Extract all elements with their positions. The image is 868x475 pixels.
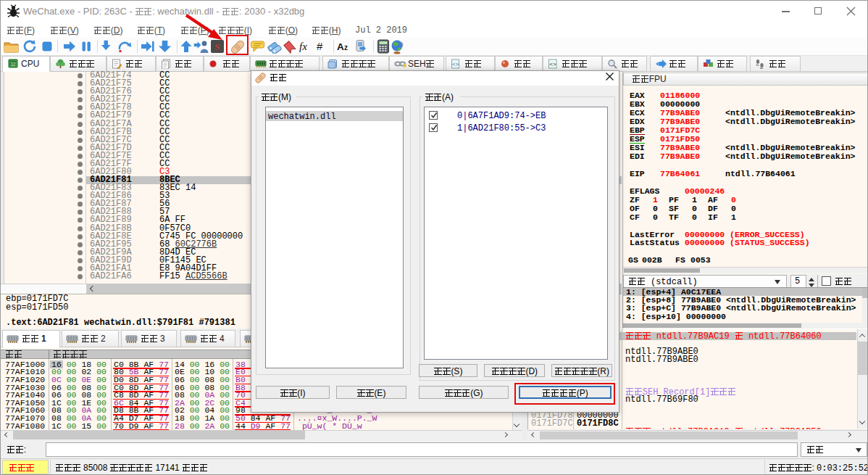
svg-text:<>: <> (452, 61, 459, 67)
svg-text:32: 32 (10, 62, 16, 67)
svg-text:<>: <> (549, 61, 556, 67)
svg-text:A: A (337, 41, 344, 52)
svg-text:z: z (344, 44, 348, 51)
svg-text:#: # (317, 40, 323, 52)
svg-text:fx: fx (299, 41, 307, 52)
